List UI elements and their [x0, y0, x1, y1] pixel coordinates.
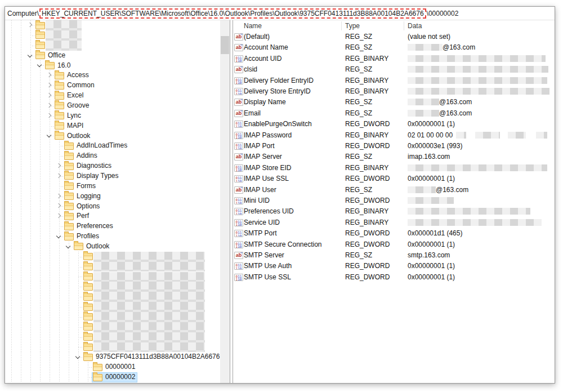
tree-item-profiles[interactable]: Profiles — [5, 231, 220, 242]
value-row-smtp-use-auth[interactable]: 011110SMTP Use AuthREG_DWORD0x00000001 (… — [233, 261, 555, 271]
chevron-expanded-icon[interactable] — [66, 244, 70, 248]
value-row-delivery-store-entryid[interactable]: 011110Delivery Store EntryIDREG_BINARY — [233, 86, 555, 97]
tree-item-redacted[interactable] — [5, 292, 220, 302]
value-row-account-uid[interactable]: 011110Account UIDREG_BINARY — [233, 54, 555, 64]
value-row-service-uid[interactable]: 011110Service UIDREG_BINARY — [233, 217, 555, 228]
tree-item-00000001[interactable]: 00000001 — [5, 362, 220, 372]
tree-item-body[interactable]: 16.0 — [44, 61, 72, 70]
chevron-expanded-icon[interactable] — [47, 133, 51, 137]
tree-item-perf[interactable]: Perf — [5, 211, 220, 221]
tree-item-body[interactable]: MAPI — [54, 122, 85, 131]
tree-item-body[interactable]: Profiles — [64, 232, 101, 241]
value-row-clsid[interactable]: abclsidREG_SZ — [233, 64, 555, 75]
value-row-mini-uid[interactable]: 011110Mini UIDREG_DWORD — [233, 195, 555, 206]
tree-item-body[interactable]: Office — [35, 51, 67, 60]
chevron-collapsed-icon[interactable] — [56, 173, 61, 178]
address-bar[interactable]: Computer\HKEY_CURRENT_USER\SOFTWARE\Micr… — [5, 7, 555, 20]
tree-item-redacted[interactable] — [5, 342, 220, 353]
tree-item-preferences[interactable]: Preferences — [5, 221, 220, 231]
tree-item-body[interactable]: Logging — [64, 192, 102, 201]
value-row--default-[interactable]: ab(Default)REG_SZ(value not set) — [233, 32, 555, 42]
chevron-collapsed-icon[interactable] — [47, 73, 51, 77]
chevron-expanded-icon[interactable] — [75, 354, 80, 359]
tree-item-common[interactable]: Common — [5, 81, 220, 91]
chevron-collapsed-icon[interactable] — [28, 23, 32, 27]
chevron-expanded-icon[interactable] — [56, 234, 61, 238]
chevron-collapsed-icon[interactable] — [47, 83, 51, 87]
tree-item-body[interactable]: Display Types — [64, 172, 120, 181]
value-row-enablepurgeonswitch[interactable]: 011110EnablePurgeOnSwitchREG_DWORD0x0000… — [233, 119, 555, 130]
tree-item-addinloadtimes[interactable]: AddInLoadTimes — [5, 141, 220, 151]
value-row-imap-port[interactable]: 011110IMAP PortREG_DWORD0x000003e1 (993) — [233, 141, 555, 152]
tree-item-redacted[interactable] — [5, 272, 220, 282]
value-row-imap-user[interactable]: abIMAP UserREG_SZ@163.com — [233, 185, 555, 195]
tree-item-body[interactable]: AddInLoadTimes — [64, 141, 129, 150]
tree-item-body[interactable]: Excel — [54, 91, 85, 100]
tree-item-9375cff0413111d3b88a00104b2a6676[interactable]: 9375CFF0413111d3B88A00104B2A6676 — [5, 352, 220, 362]
value-row-display-name[interactable]: abDisplay NameREG_SZ@163.com — [233, 97, 555, 108]
tree-item-addins[interactable]: Addins — [5, 151, 220, 161]
tree-item-body[interactable]: Access — [54, 71, 91, 80]
value-row-smtp-use-ssl[interactable]: 011110SMTP Use SSLREG_DWORD0x00000001 (1… — [233, 272, 555, 283]
chevron-expanded-icon[interactable] — [28, 52, 32, 57]
value-row-smtp-port[interactable]: 011110SMTP PortREG_DWORD0x000001d1 (465) — [233, 228, 555, 239]
tree-item-redacted[interactable] — [5, 41, 220, 51]
tree-item-body[interactable]: Forms — [64, 182, 97, 191]
tree-item-display-types[interactable]: Display Types — [5, 171, 220, 181]
chevron-collapsed-icon[interactable] — [56, 203, 61, 208]
tree-item-redacted[interactable] — [5, 262, 220, 272]
value-row-imap-store-eid[interactable]: 011110IMAP Store EIDREG_BINARY — [233, 163, 555, 173]
chevron-collapsed-icon[interactable] — [56, 213, 61, 218]
value-row-account-name[interactable]: abAccount NameREG_SZ@163.com — [233, 42, 555, 53]
tree-item-body[interactable]: 9375CFF0413111d3B88A00104B2A6676 — [83, 353, 220, 362]
value-row-imap-password[interactable]: 011110IMAP PasswordREG_BINARY02 01 00 00… — [233, 130, 555, 141]
tree-item-diagnostics[interactable]: Diagnostics — [5, 161, 220, 171]
tree-item-body[interactable]: Addins — [64, 152, 99, 161]
tree-item-redacted[interactable] — [5, 30, 220, 41]
chevron-expanded-icon[interactable] — [37, 63, 42, 67]
chevron-collapsed-icon[interactable] — [56, 163, 61, 168]
chevron-collapsed-icon[interactable] — [56, 193, 61, 198]
tree-item-body[interactable]: Diagnostics — [64, 162, 113, 171]
tree-item-redacted[interactable] — [5, 332, 220, 342]
chevron-collapsed-icon[interactable] — [47, 103, 51, 108]
tree-item-body[interactable]: Preferences — [64, 222, 115, 231]
scroll-down-button[interactable] — [220, 373, 230, 383]
tree-item-redacted[interactable] — [5, 20, 220, 30]
tree-item-body[interactable]: Outlook — [54, 131, 92, 140]
column-header-name[interactable]: Name — [244, 22, 262, 30]
tree-item-redacted[interactable] — [5, 302, 220, 312]
tree-item-excel[interactable]: Excel — [5, 91, 220, 101]
tree-item-options[interactable]: Options — [5, 201, 220, 211]
scrollbar-thumb[interactable] — [221, 36, 229, 54]
tree-item-redacted[interactable] — [5, 282, 220, 292]
column-header-type[interactable]: Type — [345, 22, 360, 30]
chevron-collapsed-icon[interactable] — [47, 93, 51, 97]
tree-item-redacted[interactable] — [5, 322, 220, 332]
value-row-preferences-uid[interactable]: 011110Preferences UIDREG_BINARY — [233, 206, 555, 217]
value-row-smtp-secure-connection[interactable]: 011110SMTP Secure ConnectionREG_DWORD0x0… — [233, 239, 555, 250]
tree-item-groove[interactable]: Groove — [5, 101, 220, 111]
tree-item-body[interactable]: Options — [64, 202, 101, 211]
tree-item-redacted[interactable] — [5, 252, 220, 262]
tree-item-body[interactable]: Lync — [54, 112, 83, 121]
value-row-imap-server[interactable]: abIMAP ServerREG_SZimap.163.com — [233, 152, 555, 162]
column-separator[interactable] — [341, 21, 342, 30]
value-row-email[interactable]: abEmailREG_SZ@163.com — [233, 108, 555, 119]
tree-item-body[interactable]: 00000001 — [92, 363, 137, 372]
tree-scrollbar[interactable] — [220, 20, 230, 383]
tree-item-16-0[interactable]: 16.0 — [5, 60, 220, 70]
tree-item-body[interactable]: Outlook — [73, 242, 111, 251]
tree-item-access[interactable]: Access — [5, 70, 220, 81]
value-row-smtp-server[interactable]: abSMTP ServerREG_SZsmtp.163.com — [233, 250, 555, 261]
tree-item-mapi[interactable]: MAPI — [5, 121, 220, 131]
value-row-imap-use-ssl[interactable]: 011110IMAP Use SSLREG_DWORD0x00000001 (1… — [233, 173, 555, 184]
tree-item-lync[interactable]: Lync — [5, 111, 220, 121]
column-header-data[interactable]: Data — [408, 22, 422, 30]
tree-item-logging[interactable]: Logging — [5, 191, 220, 202]
tree-item-body[interactable]: Groove — [54, 101, 91, 110]
tree-item-office[interactable]: Office — [5, 51, 220, 61]
tree-item-redacted[interactable] — [5, 312, 220, 322]
tree-item-00000002[interactable]: 00000002 — [5, 372, 220, 382]
tree-item-forms[interactable]: Forms — [5, 181, 220, 191]
